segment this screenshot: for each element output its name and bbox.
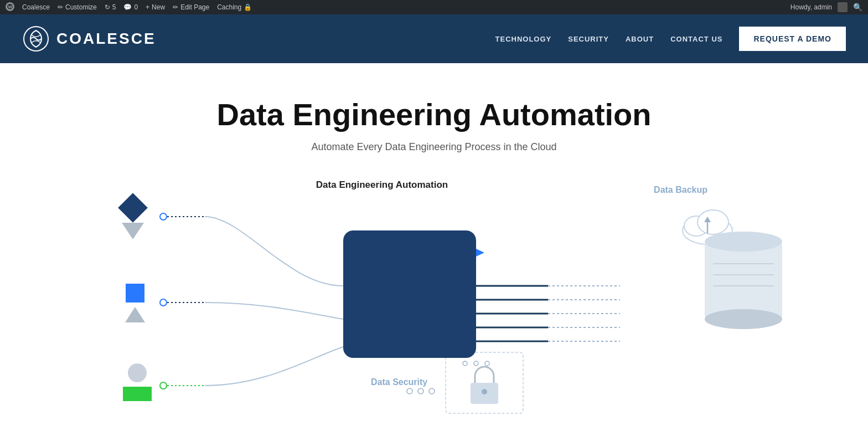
nav-links: TECHNOLOGY SECURITY ABOUT CONTACT US REQ…	[495, 27, 846, 51]
svg-point-44	[482, 389, 487, 394]
site-logo[interactable]: COALESCE	[22, 25, 156, 53]
hero-section: Data Engineering Automation Automate Eve…	[0, 63, 868, 441]
diagram-container: Data Engineering Automation Data Backup …	[0, 175, 868, 441]
nav-technology[interactable]: TECHNOLOGY	[495, 35, 552, 43]
howdy-label: Howdy, admin	[790, 3, 832, 11]
wordpress-icon: W	[6, 2, 14, 13]
logo-text: COALESCE	[56, 30, 156, 48]
comments-count: 0	[134, 3, 138, 11]
comments-item[interactable]: 💬 0	[123, 3, 138, 11]
caching-label: Caching	[217, 3, 241, 11]
avatar-icon	[838, 2, 848, 12]
nav-about[interactable]: ABOUT	[626, 35, 654, 43]
customize-icon: ✏	[58, 3, 63, 11]
circle-shape	[128, 363, 147, 382]
central-processing-box	[343, 230, 476, 358]
site-navbar: COALESCE TECHNOLOGY SECURITY ABOUT CONTA…	[0, 14, 868, 63]
customize-label: Customize	[65, 3, 97, 11]
svg-point-29	[418, 388, 423, 394]
lock-icon: 🔒	[244, 3, 252, 11]
svg-point-8	[160, 382, 167, 389]
source-group-1	[122, 197, 144, 239]
new-content-item[interactable]: + New	[146, 3, 165, 11]
caching-item[interactable]: Caching 🔒	[217, 3, 252, 11]
request-demo-nav-button[interactable]: REQUEST A DEMO	[739, 27, 846, 51]
svg-marker-17	[476, 249, 484, 257]
svg-point-37	[705, 232, 782, 252]
edit-page-label: Edit Page	[180, 3, 209, 11]
source-group-3	[123, 363, 152, 401]
triangle-down-shape	[122, 223, 144, 239]
hero-title: Data Engineering Automation	[0, 96, 868, 132]
data-backup-label: Data Backup	[654, 185, 707, 195]
source-group-2	[125, 284, 145, 322]
admin-bar-right: Howdy, admin 🔍	[790, 2, 862, 12]
coalesce-admin-item[interactable]: Coalesce	[22, 3, 50, 11]
new-label: New	[152, 3, 165, 11]
square-blue-shape	[126, 284, 144, 302]
wp-admin-bar: W Coalesce ✏ Customize ↻ 5 💬 0 + New ✏ E…	[0, 0, 868, 14]
security-device-icon	[443, 350, 526, 427]
svg-text:W: W	[8, 4, 13, 9]
wp-logo-item[interactable]: W	[6, 2, 14, 13]
comments-icon: 💬	[123, 3, 132, 11]
svg-point-28	[407, 388, 412, 394]
svg-point-4	[160, 213, 167, 220]
edit-icon: ✏	[173, 3, 178, 11]
updates-item[interactable]: ↻ 5	[105, 3, 116, 11]
storage-icon	[699, 225, 788, 336]
svg-rect-36	[705, 242, 782, 319]
plus-icon: +	[146, 3, 149, 11]
svg-point-6	[160, 299, 167, 306]
coalesce-logo-icon	[22, 25, 50, 53]
svg-point-38	[705, 309, 782, 329]
edit-page-item[interactable]: ✏ Edit Page	[173, 3, 209, 11]
svg-point-30	[429, 388, 435, 394]
site-name-label: Coalesce	[22, 3, 50, 11]
diamond-shape	[118, 193, 148, 223]
updates-icon: ↻	[105, 3, 110, 11]
nav-security[interactable]: SECURITY	[568, 35, 609, 43]
rect-green-shape	[123, 387, 152, 401]
hero-subtitle: Automate Every Data Engineering Process …	[0, 141, 868, 153]
triangle-up-shape	[125, 307, 145, 322]
customize-item[interactable]: ✏ Customize	[58, 3, 97, 11]
diagram-center-label: Data Engineering Automation	[266, 180, 498, 191]
data-security-label: Data Security	[371, 377, 427, 387]
updates-count: 5	[112, 3, 116, 11]
search-icon[interactable]: 🔍	[853, 3, 862, 12]
nav-contact[interactable]: CONTACT US	[670, 35, 722, 43]
